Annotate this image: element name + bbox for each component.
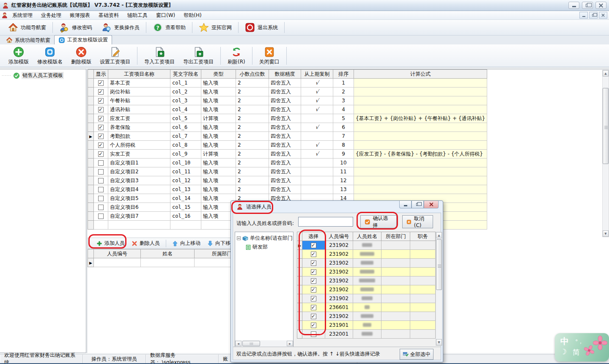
rename-template-button[interactable]: 修改模版名 xyxy=(33,46,67,66)
col-header-person-code[interactable]: 人员编号 xyxy=(94,249,141,258)
show-checkbox[interactable] xyxy=(98,213,104,219)
menu-item[interactable]: 账簿报表 xyxy=(66,11,94,20)
close-window-button[interactable]: 关闭窗口 xyxy=(255,46,284,66)
show-checkbox[interactable] xyxy=(98,142,104,148)
personnel-row[interactable]: 231902 xyxy=(297,276,436,285)
personnel-row[interactable]: 231902 xyxy=(297,259,436,268)
col-header-duty[interactable]: 职务 xyxy=(410,232,436,241)
refresh-button[interactable]: 刷新(R) xyxy=(223,46,250,66)
col-header-precision[interactable]: 数据精度 xyxy=(269,70,301,79)
show-checkbox[interactable] xyxy=(98,89,104,95)
delete-person-button[interactable]: 删除人员 xyxy=(128,240,163,247)
personnel-row[interactable]: ▶ 231902 xyxy=(297,241,436,250)
menu-item[interactable]: 帮助(H) xyxy=(179,11,206,20)
salary-item-row[interactable]: 实发工资 col_9 计算项 2 四舍五入 √ 9 {应发工资} - {养老保险… xyxy=(88,150,487,159)
menu-item[interactable]: 业务处理 xyxy=(37,11,66,20)
restore-button[interactable] xyxy=(582,2,593,9)
personnel-row[interactable]: 232001 xyxy=(297,330,436,339)
grid-vertical-scrollbar[interactable]: ▲ ▼ xyxy=(602,70,609,237)
personnel-row[interactable]: 231902 xyxy=(297,312,436,321)
show-checkbox[interactable] xyxy=(98,196,104,201)
confirm-select-button[interactable]: 确认选择 xyxy=(360,215,397,228)
select-person-checkbox[interactable] xyxy=(311,269,316,275)
menu-item[interactable]: 系统管理 xyxy=(8,11,37,20)
personnel-row[interactable]: 236601 xyxy=(297,303,436,312)
person-search-input[interactable] xyxy=(298,217,353,227)
exit-system-button[interactable]: 退出系统 xyxy=(240,21,283,34)
select-person-checkbox[interactable] xyxy=(311,243,316,248)
ime-fullwidth-moon-icon[interactable]: ☽ xyxy=(560,347,567,356)
select-person-checkbox[interactable] xyxy=(311,305,316,310)
salary-item-row[interactable]: 应发工资 col_5 计算项 2 四舍五入 5 {基本工资} + {岗位补贴} … xyxy=(88,114,487,123)
menu-item[interactable]: 基础资料 xyxy=(94,11,123,20)
col-header-dept[interactable]: 所在部门 xyxy=(381,232,410,241)
salary-item-row[interactable]: 自定义项目2 col_11 输入项 2 四舍五入 11 xyxy=(88,167,487,176)
change-password-button[interactable]: 修改密码 xyxy=(55,21,97,34)
show-checkbox[interactable] xyxy=(98,116,104,121)
select-person-checkbox[interactable] xyxy=(311,323,316,328)
close-button[interactable] xyxy=(595,2,606,9)
col-header-code[interactable]: 人员编号 xyxy=(325,232,353,241)
select-person-checkbox[interactable] xyxy=(311,252,316,257)
mdi-minimize-button[interactable] xyxy=(579,12,588,19)
select-person-checkbox[interactable] xyxy=(311,296,316,301)
scroll-down-button[interactable]: ▼ xyxy=(603,230,609,237)
personnel-row[interactable]: 231902 xyxy=(297,268,436,276)
select-person-checkbox[interactable] xyxy=(311,278,316,284)
scrollbar-thumb[interactable] xyxy=(436,239,442,290)
menu-item[interactable]: 窗口(W) xyxy=(152,11,179,20)
mdi-close-button[interactable] xyxy=(599,12,607,19)
dialog-restore-button[interactable] xyxy=(411,200,424,208)
help-button[interactable]: 查看帮助 xyxy=(148,21,190,34)
ime-language-indicator[interactable]: 中 xyxy=(560,336,569,347)
col-header-item-name[interactable]: 工资项目名称 xyxy=(108,70,170,79)
select-person-checkbox[interactable] xyxy=(311,260,316,266)
show-checkbox[interactable] xyxy=(98,80,104,86)
tree-item-rd-dept[interactable]: 研发部 xyxy=(235,242,293,251)
nav-window-button[interactable]: 功能导航窗 xyxy=(3,21,51,34)
show-checkbox[interactable] xyxy=(98,169,104,175)
person-empty-row[interactable]: ▶ xyxy=(88,258,250,267)
salary-item-row[interactable]: 岗位补贴 col_2 输入项 2 四舍五入 √ 2 xyxy=(88,88,487,96)
tree-expander-icon[interactable] xyxy=(237,236,241,240)
col-header-type[interactable]: 类型 xyxy=(201,70,236,79)
show-checkbox[interactable] xyxy=(98,187,104,192)
show-checkbox[interactable] xyxy=(98,134,104,139)
col-header-select[interactable]: 选择 xyxy=(302,232,325,241)
select-all-button[interactable]: 全部选中 xyxy=(400,349,433,360)
tree-root-unit[interactable]: 单位名称(请在部门 xyxy=(235,232,293,242)
mdi-restore-button[interactable] xyxy=(589,12,598,19)
tab-system-nav[interactable]: 系统功能导航窗 xyxy=(2,36,54,44)
move-up-button[interactable]: 向上移动 xyxy=(169,240,204,247)
menu-item[interactable]: 辅助工具 xyxy=(123,11,152,20)
personnel-row[interactable]: 231901 xyxy=(297,321,436,330)
switch-operator-button[interactable]: 更换操作员 xyxy=(97,21,144,34)
scroll-up-button[interactable]: ▲ xyxy=(436,232,442,238)
col-header-copy-prev[interactable]: 从上期复制 xyxy=(301,70,333,79)
col-header-order[interactable]: 排序 xyxy=(333,70,354,79)
dialog-close-button[interactable] xyxy=(424,200,439,208)
website-button[interactable]: 亚拓官网 xyxy=(194,21,236,34)
import-salary-items-button[interactable]: 导入工资项目 xyxy=(140,46,179,66)
personnel-row[interactable]: 231902 xyxy=(297,294,436,303)
salary-item-row[interactable]: 养老保险 col_6 输入项 2 四舍五入 √ 6 xyxy=(88,123,487,132)
show-checkbox[interactable] xyxy=(98,178,104,183)
set-salary-items-button[interactable]: 设置工资项目 xyxy=(96,46,134,66)
col-header-decimals[interactable]: 小数点位数 xyxy=(236,70,269,79)
show-checkbox[interactable] xyxy=(98,98,104,104)
select-person-checkbox[interactable] xyxy=(311,287,316,293)
show-checkbox[interactable] xyxy=(98,205,104,210)
salary-item-row[interactable]: 自定义项目4 col_13 输入项 2 四舍五入 13 xyxy=(88,185,487,194)
tab-salary-template-settings[interactable]: 工资发放模版设置 xyxy=(54,35,112,44)
col-header-formula[interactable]: 计算公式 xyxy=(354,70,487,79)
scrollbar-thumb[interactable] xyxy=(603,88,609,164)
add-person-button[interactable]: 添加人员 xyxy=(93,240,128,247)
personnel-row[interactable]: 231902 xyxy=(297,285,436,294)
ime-punctuation-indicator[interactable]: °， xyxy=(575,338,584,345)
ime-simplified-indicator[interactable]: 简 xyxy=(573,348,580,357)
show-checkbox[interactable] xyxy=(98,107,104,112)
tree-horizontal-scrollbar[interactable]: ◀ ▶ xyxy=(235,340,293,347)
scroll-left-button[interactable]: ◀ xyxy=(235,341,241,346)
salary-item-row[interactable]: ▶ 考勤扣款 col_7 输入项 2 四舍五入 7 xyxy=(88,132,487,141)
scroll-down-button[interactable]: ▼ xyxy=(436,339,442,345)
